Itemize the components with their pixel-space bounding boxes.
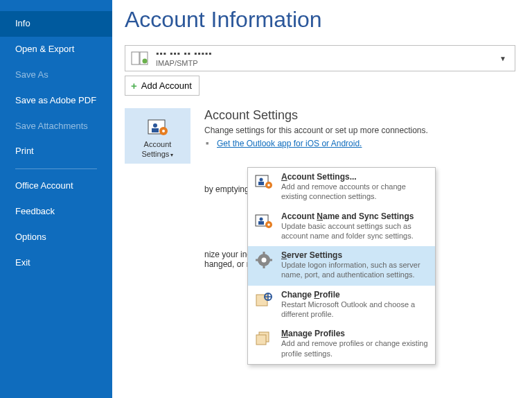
svg-rect-20 — [263, 252, 265, 254]
svg-point-2 — [143, 59, 148, 64]
svg-point-19 — [262, 258, 267, 263]
account-settings-button-line1: Account — [142, 140, 174, 149]
svg-point-14 — [260, 217, 263, 220]
account-protocol: IMAP/SMTP — [156, 59, 495, 68]
account-info: ▪▪▪ ▪▪▪ ▪▪ ▪▪▪▪▪ IMAP/SMTP — [156, 49, 495, 68]
svg-rect-21 — [263, 266, 265, 268]
sidebar-item-feedback[interactable]: Feedback — [0, 199, 112, 225]
svg-point-17 — [267, 223, 270, 226]
svg-rect-23 — [269, 259, 272, 261]
outlook-app-link[interactable]: Get the Outlook app for iOS or Android. — [217, 139, 362, 148]
chevron-down-icon: ▼ — [495, 55, 511, 62]
page-title: Account Information — [125, 7, 515, 33]
sidebar-item-print[interactable]: Print — [0, 139, 112, 164]
gear-icon — [254, 250, 274, 270]
account-dropdown[interactable]: ▪▪▪ ▪▪▪ ▪▪ ▪▪▪▪▪ IMAP/SMTP ▼ — [125, 45, 515, 71]
section-title-account-settings: Account Settings — [204, 108, 428, 123]
sidebar-item-options[interactable]: Options — [0, 225, 112, 250]
svg-point-9 — [260, 178, 263, 182]
menu-item-server-settings[interactable]: Server Settings Update logon information… — [248, 246, 435, 286]
account-email-masked: ▪▪▪ ▪▪▪ ▪▪ ▪▪▪▪▪ — [156, 49, 495, 58]
menu-item-change-profile[interactable]: Change Profile Restart Microsoft Outlook… — [248, 286, 435, 325]
chevron-down-icon: ▾ — [169, 152, 173, 158]
main-content: Account Information ▪▪▪ ▪▪▪ ▪▪ ▪▪▪▪▪ IMA… — [112, 0, 532, 398]
svg-point-12 — [267, 184, 270, 187]
add-account-button[interactable]: + Add Account — [125, 76, 200, 96]
section-desc-account-settings: Change settings for this account or set … — [204, 126, 428, 135]
sidebar-item-exit[interactable]: Exit — [0, 250, 112, 276]
account-icon — [130, 48, 152, 69]
menu-item-manage-profiles[interactable]: Manage Profiles Add and remove profiles … — [248, 325, 435, 364]
account-settings-icon — [254, 172, 274, 191]
account-settings-button-line2: Settings — [142, 150, 170, 158]
svg-point-7 — [162, 130, 165, 132]
sidebar-item-open-export[interactable]: Open & Export — [0, 37, 112, 62]
sidebar-item-info[interactable]: Info — [0, 11, 112, 37]
svg-rect-10 — [258, 182, 264, 185]
account-settings-section: Account Settings Change settings for thi… — [204, 108, 428, 148]
svg-rect-27 — [256, 335, 266, 345]
backstage-sidebar: Info Open & Export Save As Save as Adobe… — [0, 0, 112, 398]
menu-item-account-name-sync[interactable]: Account Name and Sync Settings Update ba… — [248, 207, 435, 247]
svg-rect-15 — [258, 221, 264, 225]
menu-item-account-settings[interactable]: Account Settings... Add and remove accou… — [248, 168, 435, 207]
account-settings-button[interactable]: Account Settings ▾ — [125, 108, 190, 164]
svg-rect-5 — [152, 128, 159, 132]
sidebar-item-save-adobe-pdf[interactable]: Save as Adobe PDF — [0, 88, 112, 114]
sidebar-item-save-as: Save As — [0, 62, 112, 88]
sidebar-separator — [15, 168, 97, 169]
account-name-sync-icon — [254, 211, 274, 231]
svg-point-4 — [153, 123, 157, 128]
change-profile-icon — [254, 290, 274, 309]
svg-rect-0 — [132, 52, 139, 64]
plus-icon: + — [131, 80, 137, 92]
sidebar-item-office-account[interactable]: Office Account — [0, 173, 112, 199]
account-settings-icon — [145, 117, 170, 138]
account-settings-dropdown-menu: Account Settings... Add and remove accou… — [247, 167, 436, 365]
svg-rect-22 — [256, 259, 258, 261]
add-account-label: Add Account — [141, 80, 192, 91]
manage-profiles-icon — [254, 329, 274, 348]
sidebar-item-save-attachments: Save Attachments — [0, 114, 112, 139]
